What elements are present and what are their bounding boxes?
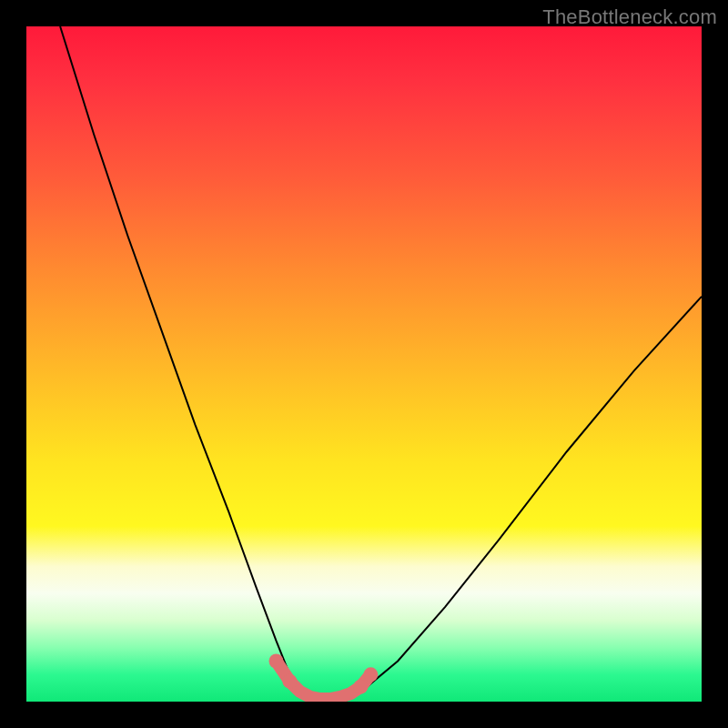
chart-svg — [26, 26, 702, 702]
highlight-dot — [353, 680, 368, 694]
curve-group — [60, 26, 702, 702]
watermark-text: TheBottleneck.com — [542, 5, 717, 29]
bottleneck-curve-path — [60, 26, 702, 702]
marker-group — [269, 654, 379, 700]
highlight-dot — [363, 667, 378, 682]
plot-area — [26, 26, 702, 702]
highlight-dot — [269, 654, 284, 669]
highlight-dot — [282, 674, 297, 689]
highlight-band-path — [277, 662, 371, 700]
